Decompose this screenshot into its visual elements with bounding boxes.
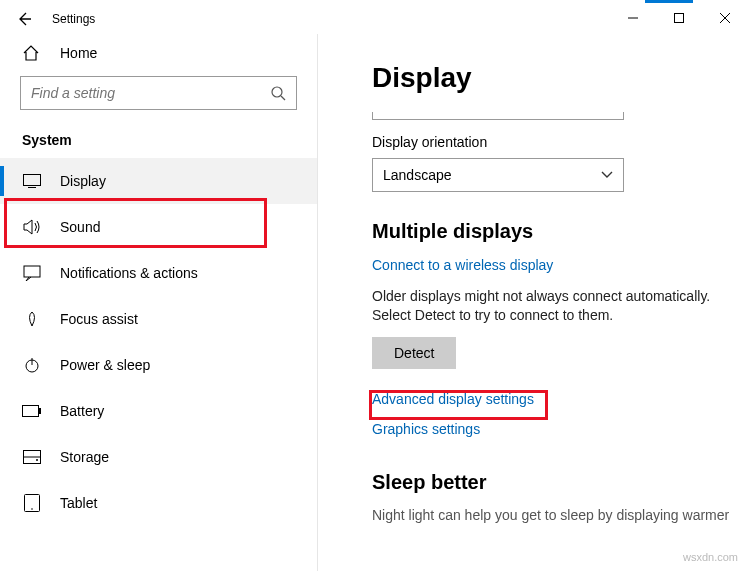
sidebar-nav: Display Sound Notifications & actions — [0, 158, 317, 526]
sound-icon — [22, 219, 42, 235]
older-displays-text: Older displays might not always connect … — [372, 287, 712, 325]
sidebar-item-storage[interactable]: Storage — [0, 434, 317, 480]
svg-rect-4 — [24, 175, 41, 186]
sidebar-item-tablet[interactable]: Tablet — [0, 480, 317, 526]
home-icon — [22, 44, 42, 62]
multiple-displays-heading: Multiple displays — [372, 220, 748, 243]
storage-icon — [22, 450, 42, 464]
sidebar-item-label: Focus assist — [60, 311, 138, 327]
power-icon — [22, 356, 42, 374]
sidebar-item-battery[interactable]: Battery — [0, 388, 317, 434]
maximize-button[interactable] — [656, 3, 702, 33]
wireless-display-link[interactable]: Connect to a wireless display — [372, 257, 553, 273]
nav-home[interactable]: Home — [0, 34, 317, 70]
close-icon — [720, 13, 730, 23]
sidebar-item-label: Display — [60, 173, 106, 189]
advanced-display-link[interactable]: Advanced display settings — [372, 391, 534, 407]
svg-rect-6 — [24, 266, 40, 277]
maximize-icon — [674, 13, 684, 23]
titlebar: Settings — [0, 0, 748, 34]
svg-point-2 — [272, 87, 282, 97]
sidebar-item-label: Tablet — [60, 495, 97, 511]
chevron-down-icon — [601, 171, 613, 179]
night-light-text: Night light can help you get to sleep by… — [372, 506, 748, 525]
sidebar-item-focus-assist[interactable]: Focus assist — [0, 296, 317, 342]
display-icon — [22, 174, 42, 188]
detect-button[interactable]: Detect — [372, 337, 456, 369]
sidebar-item-label: Sound — [60, 219, 100, 235]
sidebar-item-label: Power & sleep — [60, 357, 150, 373]
sidebar-item-sound[interactable]: Sound — [0, 204, 317, 250]
svg-rect-1 — [675, 14, 684, 23]
sidebar-item-label: Storage — [60, 449, 109, 465]
svg-rect-9 — [23, 406, 39, 417]
sidebar-category: System — [0, 114, 317, 158]
window-title: Settings — [52, 12, 95, 26]
arrow-left-icon — [16, 11, 32, 27]
nav-home-label: Home — [60, 45, 97, 61]
search-icon — [270, 85, 286, 101]
tablet-icon — [22, 494, 42, 512]
sidebar-item-power-sleep[interactable]: Power & sleep — [0, 342, 317, 388]
svg-point-15 — [31, 508, 33, 510]
focus-assist-icon — [22, 310, 42, 328]
sidebar-item-label: Notifications & actions — [60, 265, 198, 281]
search-input[interactable] — [31, 85, 270, 101]
notifications-icon — [22, 265, 42, 281]
orientation-dropdown[interactable]: Landscape — [372, 158, 624, 192]
svg-point-12 — [36, 459, 38, 461]
orientation-value: Landscape — [383, 167, 452, 183]
close-button[interactable] — [702, 3, 748, 33]
sidebar-item-display[interactable]: Display — [0, 158, 317, 204]
orientation-label: Display orientation — [372, 134, 748, 150]
sleep-better-heading: Sleep better — [372, 471, 748, 494]
minimize-button[interactable] — [610, 3, 656, 33]
minimize-icon — [628, 13, 638, 23]
watermark: wsxdn.com — [683, 551, 738, 563]
sidebar-item-notifications[interactable]: Notifications & actions — [0, 250, 317, 296]
graphics-settings-link[interactable]: Graphics settings — [372, 421, 480, 437]
page-title: Display — [372, 62, 748, 94]
content-pane: Display Display orientation Landscape Mu… — [318, 34, 748, 571]
sidebar-item-label: Battery — [60, 403, 104, 419]
svg-line-3 — [281, 96, 285, 100]
brightness-slider-remnant — [372, 112, 624, 120]
sidebar: Home System Display — [0, 34, 318, 571]
svg-rect-10 — [39, 408, 41, 414]
battery-icon — [22, 405, 42, 417]
back-button[interactable] — [10, 5, 38, 33]
search-box[interactable] — [20, 76, 297, 110]
